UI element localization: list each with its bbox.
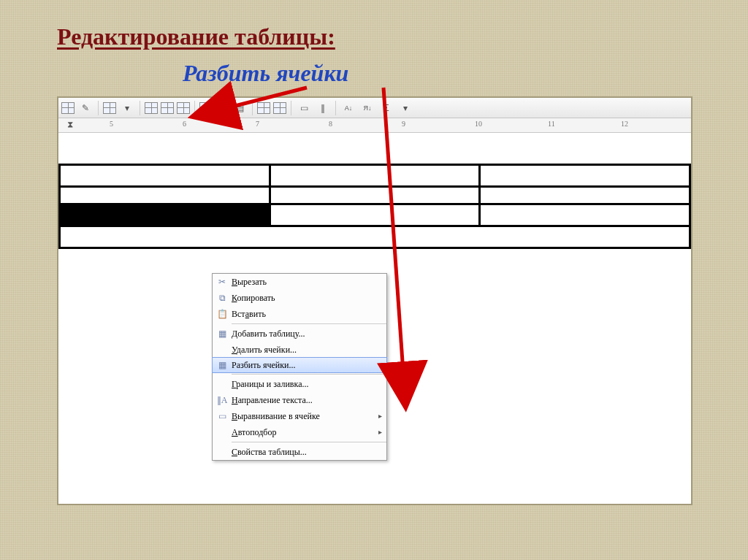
align-cell-icon: ▭ — [213, 412, 232, 421]
menu-separator — [232, 374, 386, 375]
tables-toolbar: ✎ ▾ ▤ ▭ ‖ А↓ Я↓ Σ ▾ — [58, 98, 691, 118]
menu-item-label: Направление текста... — [232, 396, 373, 404]
table-cell — [60, 187, 270, 204]
menu-item[interactable]: Свойства таблицы... — [213, 444, 386, 460]
split-table-icon[interactable]: ▤ — [232, 100, 248, 116]
table-cell — [480, 187, 690, 204]
table-grid-icon[interactable] — [145, 102, 158, 114]
menu-separator — [232, 323, 386, 324]
menu-item-label: Автоподбор — [232, 428, 373, 437]
hourglass-icon: ⧗ — [67, 120, 73, 129]
autosum-icon[interactable]: Σ — [378, 100, 394, 116]
slide-title: Редактирование таблицы: — [57, 25, 335, 48]
menu-item[interactable]: ✂Вырезать — [213, 274, 386, 290]
slide-subtitle: Разбить ячейки — [183, 61, 348, 85]
menu-item[interactable]: ⧉Копировать — [213, 290, 386, 306]
menu-item[interactable]: Автоподбор — [213, 424, 386, 440]
menu-item[interactable]: ‖АНаправление текста... — [213, 392, 386, 408]
menu-item-label: Добавить таблицу... — [232, 329, 373, 338]
text-dir-icon[interactable]: ‖ — [315, 100, 331, 116]
menu-item[interactable]: ▭Выравнивание в ячейке — [213, 408, 386, 424]
toolbar-overflow-icon[interactable]: ▾ — [397, 100, 413, 116]
separator — [98, 101, 99, 115]
table-cell — [480, 204, 690, 226]
table-delete-icon[interactable] — [177, 102, 190, 114]
ruler-tick: 6 — [183, 120, 186, 128]
selected-cell[interactable] — [60, 204, 270, 226]
separator — [194, 101, 195, 115]
merge-cells-icon[interactable] — [199, 102, 213, 114]
separator — [291, 101, 291, 115]
align-cell-icon[interactable]: ▭ — [296, 100, 312, 116]
table-cell — [270, 204, 480, 226]
menu-item-label: Вырезать — [232, 277, 373, 286]
table-cell — [60, 226, 690, 248]
sort-az-icon[interactable]: А↓ — [340, 100, 356, 116]
separator — [335, 101, 336, 115]
menu-item[interactable]: 📋Вставить — [213, 306, 386, 322]
table-cell — [270, 187, 480, 204]
line-style-icon[interactable]: ▾ — [119, 100, 135, 116]
ruler-tick: 10 — [475, 120, 482, 128]
copy-icon: ⧉ — [213, 294, 232, 302]
menu-item-label: Свойства таблицы... — [232, 448, 373, 456]
ruler-tick: 7 — [256, 120, 259, 128]
menu-item[interactable]: Удалить ячейки... — [213, 342, 386, 358]
separator — [252, 101, 253, 115]
table-insert-icon: ▦ — [213, 329, 232, 338]
ruler-tick: 12 — [621, 120, 628, 128]
menu-item-label: Вставить — [232, 310, 373, 318]
menu-item-label: Выравнивание в ячейке — [232, 412, 373, 421]
ruler-tick: 5 — [110, 120, 113, 128]
table-cell — [60, 165, 270, 187]
ruler-tick: 11 — [548, 120, 555, 128]
menu-separator — [232, 442, 386, 442]
distribute-cols-icon[interactable] — [273, 102, 286, 114]
sort-za-icon[interactable]: Я↓ — [359, 100, 375, 116]
split-cells-icon[interactable] — [215, 102, 229, 114]
table-cell — [480, 165, 690, 187]
menu-item-label: Удалить ячейки... — [232, 345, 373, 354]
eraser-icon[interactable]: ✎ — [77, 100, 94, 116]
table-insert-icon[interactable] — [161, 102, 174, 114]
table-icon[interactable] — [61, 102, 75, 114]
menu-item-label: Разбить ячейки... — [232, 361, 373, 369]
menu-item-label: Копировать — [232, 294, 373, 302]
ruler-tick: 9 — [402, 120, 405, 128]
split-cells-icon: ▦ — [213, 361, 232, 369]
cut-icon: ✂ — [213, 277, 232, 286]
menu-item[interactable]: ▦Разбить ячейки... — [212, 357, 387, 373]
menu-item[interactable]: ▦Добавить таблицу... — [213, 326, 386, 342]
distribute-rows-icon[interactable] — [257, 102, 270, 114]
separator — [140, 101, 140, 115]
text-dir-icon: ‖А — [213, 396, 232, 404]
menu-item-label: Границы и заливка... — [232, 380, 373, 388]
ruler-tick: 8 — [329, 120, 332, 128]
table-cell — [270, 165, 480, 187]
context-menu: ✂Вырезать⧉Копировать📋Вставить▦Добавить т… — [212, 273, 387, 461]
sample-table — [58, 164, 691, 249]
menu-item[interactable]: Границы и заливка... — [213, 376, 386, 392]
border-icon[interactable] — [103, 102, 116, 114]
horizontal-ruler: ⧗ 5 6 7 8 9 10 11 12 — [58, 118, 691, 133]
paste-icon: 📋 — [213, 310, 232, 318]
